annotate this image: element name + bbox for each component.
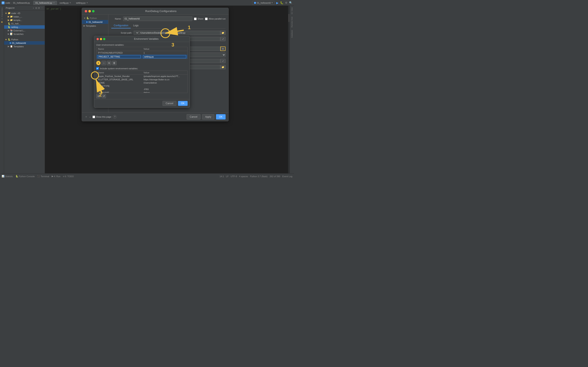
env-value-input[interactable]: [143, 55, 186, 58]
add-config-btn[interactable]: ＋: [85, 115, 87, 119]
tab-logs[interactable]: Logs: [131, 23, 141, 28]
run-config-dropdown[interactable]: 01_helloworld ▾: [252, 1, 275, 5]
gear-icon[interactable]: ⋯: [41, 7, 43, 9]
line-ending[interactable]: LF: [226, 175, 229, 178]
encoding[interactable]: UTF-8: [231, 175, 237, 178]
share-checkbox[interactable]: [194, 17, 197, 20]
sidebar-helloworld[interactable]: ▶ 01_helloworld: [82, 20, 108, 24]
sys-row-home[interactable]: HOME /Users/delron: [96, 81, 187, 84]
debug-icon[interactable]: 🐛: [280, 1, 283, 4]
sys-value-home: /Users/delron: [142, 81, 187, 84]
env-traffic-red[interactable]: [96, 38, 99, 40]
tree-folder-templa[interactable]: ▶ 📁 templa...: [4, 18, 45, 22]
env-name-project-setting: [96, 55, 142, 59]
cursor-pos[interactable]: 14:1: [219, 175, 224, 178]
settings-icon[interactable]: ⚙: [38, 7, 40, 9]
cancel-button[interactable]: Cancel: [187, 114, 200, 119]
help-icon[interactable]: ?: [113, 115, 117, 119]
tree-file-helloworld[interactable]: 🐍 01_hell...: [4, 22, 45, 25]
tab-setting[interactable]: setting.py ✕: [74, 1, 90, 5]
parameters-expand[interactable]: ⤢: [220, 37, 226, 41]
sidebar-python-section: ▼ 🐍 Python: [82, 16, 108, 20]
env-minus-btn[interactable]: −: [102, 61, 106, 65]
python-console-btn[interactable]: 🐍 Python Console: [16, 175, 35, 178]
python-helloworld[interactable]: ▶ 01_helloworld: [4, 41, 45, 45]
tab-config[interactable]: config.py ✕: [57, 1, 73, 5]
traffic-red[interactable]: [85, 10, 87, 12]
script-path-type[interactable]: [134, 31, 139, 35]
sys-row-less[interactable]: LESS -FRX: [96, 88, 187, 91]
env-row-project-setting[interactable]: [96, 55, 187, 59]
apply-button[interactable]: Apply: [202, 114, 214, 119]
tree-root[interactable]: ▼ 📁 code ~/D: [4, 11, 45, 15]
env-dialog-footer: Cancel OK: [94, 99, 190, 108]
name-input[interactable]: [123, 17, 192, 21]
env-cancel-button[interactable]: Cancel: [163, 101, 176, 106]
run-btn[interactable]: ▶ 4: Run: [52, 175, 61, 178]
env-traffic-yellow[interactable]: [100, 38, 102, 40]
sys-row-lc[interactable]: LC_CTYPE: [96, 84, 187, 88]
more-icons[interactable]: ⚙: [285, 1, 287, 4]
play-icon[interactable]: ▶: [276, 1, 278, 4]
script-path-row: Script path: 📁: [111, 31, 226, 35]
ok-button[interactable]: OK: [216, 114, 226, 119]
tab-configuration[interactable]: Configuration: [111, 23, 131, 28]
statistic-btn[interactable]: 📊 Statistic: [2, 175, 13, 178]
terminal-label: Terminal: [41, 175, 49, 178]
filter-icon[interactable]: ⊟: [35, 7, 37, 9]
templates-section[interactable]: ▶ 📋 Templates: [4, 45, 45, 48]
traffic-green[interactable]: [92, 10, 95, 12]
sidebar-templates[interactable]: ▶ Templates: [82, 24, 108, 28]
todo-btn[interactable]: ≡ 6: TODO: [63, 175, 74, 178]
remote-host-label[interactable]: Remote Host: [291, 16, 293, 28]
user-env-table-container: Name Value PYTHONUNBUFFERED 1: [96, 47, 188, 59]
tab-helloworld-close[interactable]: ✕: [53, 2, 55, 4]
env-add-btn[interactable]: +: [96, 61, 101, 65]
python-console-icon: 🐍: [16, 175, 18, 178]
tree-scratches[interactable]: ▶ 📝 Scratches: [4, 32, 45, 36]
tab-helloworld[interactable]: 01_helloworld.py ✕: [33, 1, 57, 5]
env-vars-edit-btn[interactable]: ⧉: [220, 47, 226, 51]
terminal-btn[interactable]: ⬛ Terminal: [37, 175, 49, 178]
tab-setting-close[interactable]: ✕: [86, 2, 88, 4]
python-section-header[interactable]: ▼ 🐍 Python: [4, 38, 45, 41]
tree-file-setting[interactable]: 🐍 setting...: [4, 25, 45, 29]
script-path-input[interactable]: [139, 31, 220, 35]
sys-row-apple[interactable]: Apple_PubSub_Socket_Render /private/tmp/…: [96, 75, 187, 78]
word-count: 262 of 390: [269, 175, 280, 178]
working-dir-browse[interactable]: 📁: [220, 65, 226, 69]
database-label[interactable]: Database: [291, 29, 293, 39]
env-undo-btn[interactable]: ↺: [102, 94, 106, 98]
env-ok-button[interactable]: OK: [178, 101, 188, 106]
env-copy2-btn[interactable]: ⧉: [96, 94, 101, 98]
show-console-checkbox[interactable]: [93, 116, 95, 118]
interpreter-expand[interactable]: ⤢: [220, 59, 226, 63]
sys-row-flutter[interactable]: FLUTTER_STORAGE_BASE_URL https://storage…: [96, 78, 187, 81]
event-log[interactable]: Event Log: [282, 175, 292, 178]
scview-label[interactable]: SC View: [291, 7, 293, 15]
env-row-pythonunbuffered[interactable]: PYTHONUNBUFFERED 1: [96, 51, 187, 55]
indent[interactable]: 4 spaces: [239, 175, 248, 178]
sys-value-logname: delron: [142, 91, 187, 93]
env-vars-dialog: Environment Variables User environment v…: [94, 36, 190, 108]
tab-config-close[interactable]: ✕: [69, 2, 71, 4]
env-traffic-green[interactable]: [103, 38, 105, 40]
parallel-checkbox[interactable]: [205, 17, 208, 20]
remove-config-btn[interactable]: –: [89, 115, 91, 118]
editor-area: er_param') Run/Debug Configurations: [45, 6, 290, 173]
tree-folder-folder[interactable]: ▶ 📁 folder_...: [4, 15, 45, 18]
env-copy-btn[interactable]: ⧉: [107, 61, 111, 65]
tab-helloworld-label: 01_helloworld.py: [35, 2, 52, 4]
tree-external[interactable]: ▶ 📚 External L...: [4, 29, 45, 32]
traffic-yellow[interactable]: [88, 10, 91, 12]
env-name-input[interactable]: [98, 55, 141, 58]
sys-row-logname[interactable]: LOGNAME delron: [96, 91, 187, 93]
env-delete-btn[interactable]: 🗑: [112, 61, 117, 65]
search-icon[interactable]: 🔍: [289, 1, 292, 4]
add-icon[interactable]: ＋: [32, 7, 35, 9]
app-icon: </> code – 01_helloworld.py: [2, 1, 30, 4]
config-tabs: Configuration Logs: [111, 23, 226, 29]
sys-env-checkbox[interactable]: [96, 67, 99, 70]
python-version[interactable]: Python 3.7 (flask): [250, 175, 268, 178]
script-path-browse[interactable]: 📁: [220, 31, 226, 35]
